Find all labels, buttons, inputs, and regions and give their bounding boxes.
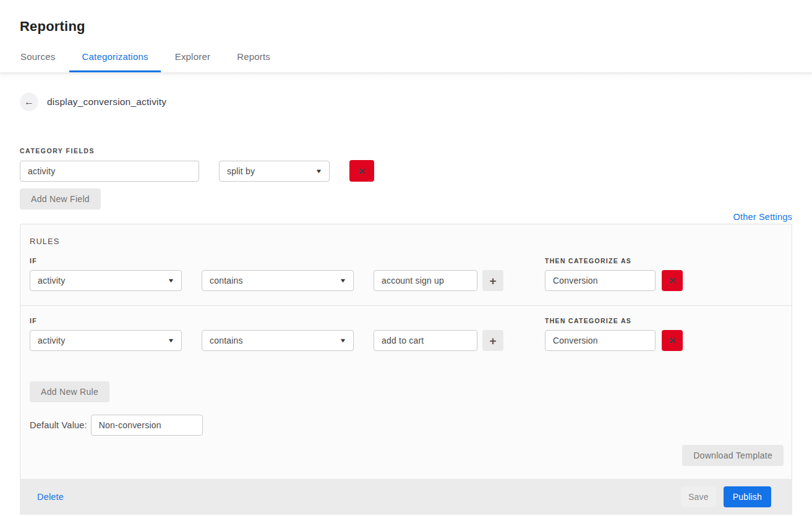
default-value-label: Default Value: [30, 420, 87, 430]
delete-link[interactable]: Delete [37, 492, 64, 502]
tab-reports[interactable]: Reports [237, 51, 270, 72]
main-content: ← display_conversion_activity Category F… [0, 72, 812, 512]
close-icon: ✕ [669, 336, 676, 345]
rule-row: If activity ▼ contains ▼ + [20, 246, 792, 306]
rule-operator-value: contains [210, 276, 243, 285]
add-value-button[interactable]: + [482, 270, 503, 291]
rule-result: Then categorize as ✕ [545, 257, 683, 291]
rule-operator-value: contains [210, 336, 243, 345]
tab-bar: Sources Categorizations Explorer Reports [20, 51, 792, 72]
rule-condition: If activity ▼ contains ▼ + [30, 317, 545, 351]
back-button[interactable]: ← [20, 93, 38, 111]
then-categorize-label: Then categorize as [545, 317, 683, 324]
category-fields-row: split by ▼ ✕ [20, 160, 792, 182]
save-button[interactable]: Save [681, 486, 716, 507]
add-rule-button[interactable]: Add New Rule [30, 381, 109, 402]
publish-button[interactable]: Publish [724, 486, 771, 507]
aggregation-select[interactable]: split by ▼ [219, 161, 330, 182]
delete-rule-button[interactable]: ✕ [662, 270, 683, 291]
rule-field-value: activity [38, 336, 65, 345]
category-fields-label: Category Fields [20, 147, 792, 154]
aggregation-select-value: split by [227, 166, 255, 176]
tab-sources[interactable]: Sources [20, 51, 55, 72]
delete-field-button[interactable]: ✕ [349, 160, 374, 182]
categorization-name: display_conversion_activity [47, 96, 166, 108]
tab-explorer[interactable]: Explorer [175, 51, 210, 72]
rule-condition: If activity ▼ contains ▼ + [30, 257, 545, 291]
rule-value-input[interactable] [374, 330, 477, 351]
add-field-button[interactable]: Add New Field [20, 188, 101, 209]
rule-result-controls: ✕ [545, 330, 683, 351]
rule-category-input[interactable] [545, 270, 656, 291]
rule-category-input[interactable] [545, 330, 656, 351]
rule-operator-select[interactable]: contains ▼ [202, 330, 354, 351]
other-settings-link[interactable]: Other Settings [733, 212, 793, 222]
rules-section-label: Rules [30, 237, 792, 246]
rule-condition-controls: activity ▼ contains ▼ + [30, 270, 545, 291]
rule-operator-select[interactable]: contains ▼ [202, 270, 354, 291]
close-icon: ✕ [669, 276, 676, 285]
plus-icon: + [489, 335, 496, 347]
add-value-button[interactable]: + [482, 330, 503, 351]
close-icon: ✕ [358, 167, 365, 176]
rule-row: If activity ▼ contains ▼ + [20, 306, 792, 365]
rule-condition-controls: activity ▼ contains ▼ + [30, 330, 545, 351]
chevron-down-icon: ▼ [315, 168, 322, 174]
rule-field-value: activity [38, 276, 65, 285]
category-fields-section: Category Fields split by ▼ ✕ Add New Fie… [20, 147, 792, 209]
back-arrow-icon: ← [24, 97, 34, 107]
default-value-row: Default Value: [30, 415, 792, 436]
download-row: Download Template [20, 436, 792, 479]
then-categorize-label: Then categorize as [545, 257, 683, 264]
if-label: If [30, 317, 545, 324]
detail-header: ← display_conversion_activity [20, 93, 792, 111]
other-settings-row: Other Settings [20, 211, 792, 222]
plus-icon: + [489, 275, 496, 287]
rules-panel: Rules If activity ▼ contains ▼ + [20, 224, 792, 479]
chevron-down-icon: ▼ [167, 337, 174, 344]
default-value-input[interactable] [91, 415, 203, 436]
chevron-down-icon: ▼ [339, 337, 346, 344]
delete-rule-button[interactable]: ✕ [662, 330, 683, 351]
page-title: Reporting [20, 19, 792, 35]
download-template-button[interactable]: Download Template [682, 445, 784, 466]
panel-footer: Delete Save Publish [20, 479, 792, 515]
field-name-input[interactable] [20, 161, 199, 182]
rule-result-controls: ✕ [545, 270, 683, 291]
rule-field-select[interactable]: activity ▼ [30, 330, 182, 351]
chevron-down-icon: ▼ [339, 277, 346, 284]
rule-field-select[interactable]: activity ▼ [30, 270, 182, 291]
chevron-down-icon: ▼ [167, 277, 174, 284]
rule-result: Then categorize as ✕ [545, 317, 683, 351]
if-label: If [30, 257, 545, 264]
tab-categorizations[interactable]: Categorizations [82, 51, 148, 72]
rule-value-input[interactable] [374, 270, 477, 291]
app-header: Reporting Sources Categorizations Explor… [0, 0, 812, 72]
